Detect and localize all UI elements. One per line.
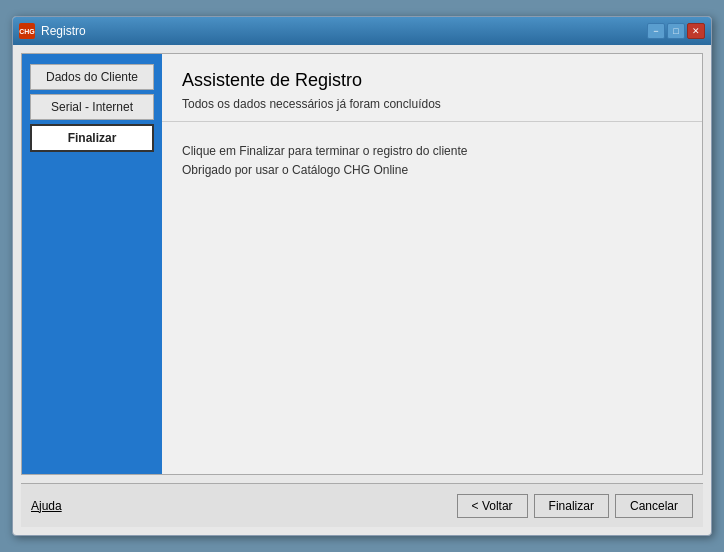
title-bar-left: CHG Registro bbox=[19, 23, 86, 39]
content-line2: Obrigado por usar o Catálogo CHG Online bbox=[182, 161, 682, 180]
content-subtitle: Todos os dados necessários já foram conc… bbox=[182, 97, 682, 111]
sidebar-item-finalizar[interactable]: Finalizar bbox=[30, 124, 154, 152]
title-bar: CHG Registro − □ ✕ bbox=[13, 17, 711, 45]
maximize-button[interactable]: □ bbox=[667, 23, 685, 39]
window-body: Dados do Cliente Serial - Internet Final… bbox=[13, 45, 711, 535]
close-button[interactable]: ✕ bbox=[687, 23, 705, 39]
main-window: CHG Registro − □ ✕ Dados do Cliente Seri… bbox=[12, 16, 712, 536]
content-header: Assistente de Registro Todos os dados ne… bbox=[162, 54, 702, 122]
content-line1: Clique em Finalizar para terminar o regi… bbox=[182, 142, 682, 161]
sidebar: Dados do Cliente Serial - Internet Final… bbox=[22, 54, 162, 474]
sidebar-item-dados-do-cliente[interactable]: Dados do Cliente bbox=[30, 64, 154, 90]
main-area: Dados do Cliente Serial - Internet Final… bbox=[21, 53, 703, 475]
finish-button[interactable]: Finalizar bbox=[534, 494, 609, 518]
app-icon: CHG bbox=[19, 23, 35, 39]
footer-right: < Voltar Finalizar Cancelar bbox=[457, 494, 693, 518]
window-title: Registro bbox=[41, 24, 86, 38]
help-button[interactable]: Ajuda bbox=[31, 499, 62, 513]
content-body-text: Clique em Finalizar para terminar o regi… bbox=[182, 142, 682, 180]
footer: Ajuda < Voltar Finalizar Cancelar bbox=[21, 483, 703, 527]
footer-left: Ajuda bbox=[31, 499, 62, 513]
cancel-button[interactable]: Cancelar bbox=[615, 494, 693, 518]
content-area: Assistente de Registro Todos os dados ne… bbox=[162, 54, 702, 474]
back-button[interactable]: < Voltar bbox=[457, 494, 528, 518]
window-controls: − □ ✕ bbox=[647, 23, 705, 39]
minimize-button[interactable]: − bbox=[647, 23, 665, 39]
content-body: Clique em Finalizar para terminar o regi… bbox=[162, 122, 702, 474]
content-title: Assistente de Registro bbox=[182, 70, 682, 91]
sidebar-item-serial-internet[interactable]: Serial - Internet bbox=[30, 94, 154, 120]
